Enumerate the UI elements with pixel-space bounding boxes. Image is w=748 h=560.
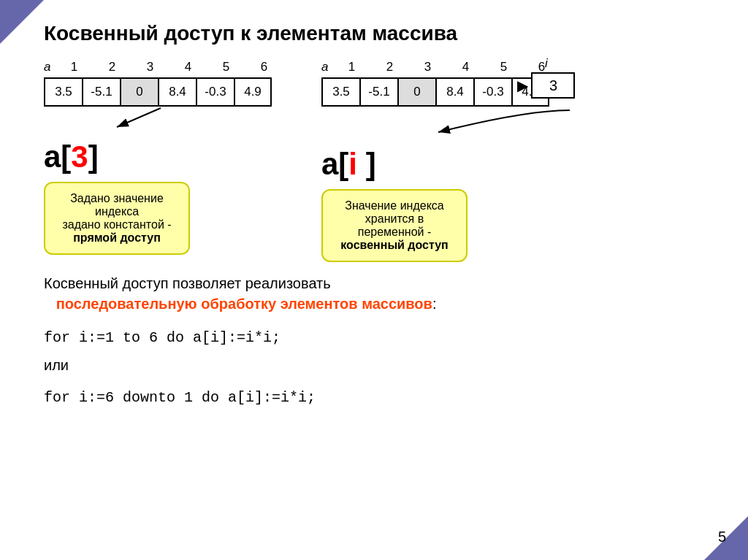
left-diagram: a 1 2 3 4 5 6 3.5 -5.1 0 8.4 -0.3 4.9 <box>44 60 321 255</box>
right-cell-3: 0 <box>397 77 435 107</box>
page-number: 5 <box>718 529 726 545</box>
left-tooltip-bold: прямой доступ <box>73 231 161 244</box>
left-cell-5: -0.3 <box>196 77 234 107</box>
left-cell-6: 4.9 <box>234 77 272 107</box>
ai-suffix: ] <box>357 147 376 181</box>
left-index-4: 4 <box>169 60 207 74</box>
right-array-wrapper: a 1 2 3 4 5 6 3.5 -5.1 0 8.4 -0.3 <box>321 60 560 107</box>
left-cell-1: 3.5 <box>44 77 82 107</box>
description-colon: : <box>432 296 437 312</box>
ai-prefix: a[ <box>321 147 348 181</box>
left-index-5: 5 <box>207 60 245 74</box>
i-value-box: 3 <box>531 72 575 99</box>
right-cell-4: 8.4 <box>435 77 473 107</box>
left-cell-2: -5.1 <box>82 77 120 107</box>
corner-decoration-tl <box>0 0 44 44</box>
a3-label: a[3] <box>44 139 99 174</box>
left-cell-4: 8.4 <box>158 77 196 107</box>
i-box-row: ▶ 3 <box>517 72 575 99</box>
right-tooltip: Значение индекса хранится в переменной -… <box>321 189 468 262</box>
a3-number: 3 <box>71 139 88 174</box>
arrow-right-icon: ▶ <box>517 77 528 94</box>
code-section: for i:=1 to 6 do a[i]:=i*i; <box>44 325 711 351</box>
ai-i: i <box>348 147 357 181</box>
left-tooltip: Задано значение индекса задано константо… <box>44 182 190 255</box>
left-arrow-container <box>44 107 278 129</box>
ai-label: a[i ] <box>321 147 376 182</box>
right-diagram: a 1 2 3 4 5 6 3.5 -5.1 0 8.4 -0.3 <box>321 60 628 262</box>
left-array-indices: a 1 2 3 4 5 6 <box>44 60 283 74</box>
i-var-label: i <box>545 56 548 71</box>
right-cell-5: -0.3 <box>473 77 511 107</box>
a3-prefix: a[ <box>44 139 71 174</box>
ili-text: или <box>44 357 711 374</box>
left-index-2: 2 <box>93 60 131 74</box>
right-cell-2: -5.1 <box>359 77 397 107</box>
right-arrow-svg <box>321 107 599 136</box>
left-array-label: a <box>44 60 50 74</box>
i-box-wrapper: i ▶ 3 <box>517 56 575 99</box>
right-arrow-container <box>321 107 599 136</box>
left-tooltip-line1: Задано значение индекса <box>70 192 164 218</box>
left-index-6: 6 <box>245 60 283 74</box>
left-index-3: 3 <box>131 60 169 74</box>
right-array-label: a <box>321 60 328 74</box>
svg-line-1 <box>117 108 161 127</box>
right-index-3: 3 <box>408 60 446 74</box>
left-arrow-svg <box>44 107 278 129</box>
right-index-4: 4 <box>446 60 484 74</box>
right-tooltip-line2: хранится в переменной - <box>358 212 432 238</box>
corner-decoration-br <box>704 516 748 560</box>
left-array-container: a 1 2 3 4 5 6 3.5 -5.1 0 8.4 -0.3 4.9 <box>44 60 283 107</box>
diagrams-container: a 1 2 3 4 5 6 3.5 -5.1 0 8.4 -0.3 4.9 <box>44 60 711 262</box>
right-array-cells: 3.5 -5.1 0 8.4 -0.3 4.9 <box>321 77 549 107</box>
description-line1: Косвенный доступ позволяет реализовать <box>44 275 331 291</box>
right-index-1: 1 <box>332 60 370 74</box>
a3-suffix: ] <box>88 139 99 174</box>
description-highlighted: последовательную обработку элементов мас… <box>56 296 432 312</box>
right-tooltip-line1: Значение индекса <box>345 199 443 212</box>
description: Косвенный доступ позволяет реализовать п… <box>44 273 711 314</box>
right-index-2: 2 <box>370 60 408 74</box>
right-tooltip-bold: косвенный доступ <box>340 239 448 251</box>
slide-title: Косвенный доступ к элементам массива <box>44 22 711 45</box>
code-line-2: for i:=6 downto 1 do a[i]:=i*i; <box>44 385 711 411</box>
left-cell-3: 0 <box>120 77 158 107</box>
code-section-2: for i:=6 downto 1 do a[i]:=i*i; <box>44 385 711 411</box>
code-line-1: for i:=1 to 6 do a[i]:=i*i; <box>44 325 711 351</box>
left-tooltip-line2: задано константой - <box>62 218 171 231</box>
left-array-cells: 3.5 -5.1 0 8.4 -0.3 4.9 <box>44 77 272 107</box>
left-index-1: 1 <box>55 60 93 74</box>
right-cell-1: 3.5 <box>321 77 359 107</box>
